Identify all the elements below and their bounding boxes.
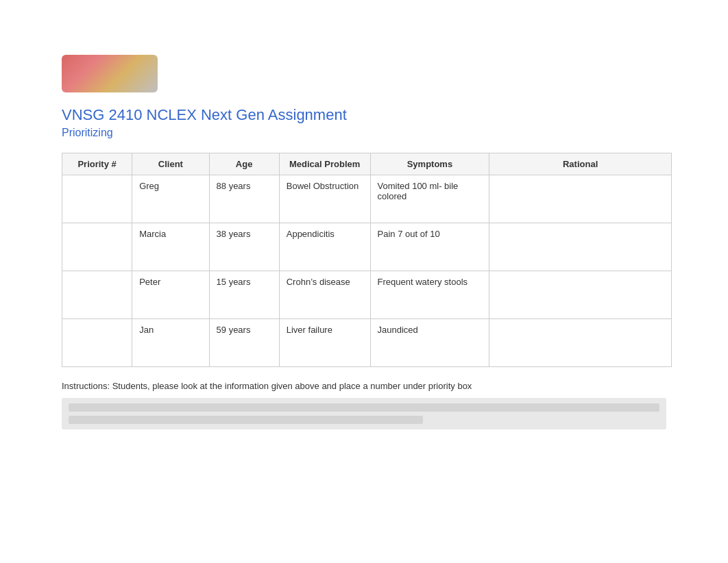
table-row: Peter 15 years Crohn’s disease Frequent …	[62, 271, 672, 319]
cell-rational-0[interactable]	[489, 175, 672, 223]
cell-rational-2[interactable]	[489, 271, 672, 319]
cell-priority-0[interactable]	[62, 175, 132, 223]
cell-symptoms-0: Vomited 100 ml- bile colored	[370, 175, 489, 223]
cell-age-0: 88 years	[209, 175, 279, 223]
table-row: Jan 59 years Liver failure Jaundiced	[62, 319, 672, 367]
col-header-medical: Medical Problem	[279, 153, 370, 175]
cell-age-1: 38 years	[209, 223, 279, 271]
table-row: Marcia 38 years Appendicitis Pain 7 out …	[62, 223, 672, 271]
cell-client-3: Jan	[132, 319, 209, 367]
cell-priority-3[interactable]	[62, 319, 132, 367]
page-subtitle: Prioritizing	[62, 127, 666, 139]
cell-rational-3[interactable]	[489, 319, 672, 367]
cell-medical-1: Appendicitis	[279, 223, 370, 271]
col-header-client: Client	[132, 153, 209, 175]
cell-symptoms-3: Jaundiced	[370, 319, 489, 367]
table-header-row: Priority # Client Age Medical Problem Sy…	[62, 153, 672, 175]
col-header-priority: Priority #	[62, 153, 132, 175]
cell-age-2: 15 years	[209, 271, 279, 319]
cell-rational-1[interactable]	[489, 223, 672, 271]
cell-age-3: 59 years	[209, 319, 279, 367]
blurred-content-block	[62, 398, 666, 429]
cell-medical-3: Liver failure	[279, 319, 370, 367]
cell-symptoms-2: Frequent watery stools	[370, 271, 489, 319]
instructions-text: Instructions: Students, please look at t…	[62, 381, 666, 391]
table-row: Greg 88 years Bowel Obstruction Vomited …	[62, 175, 672, 223]
page-container: VNSG 2410 NCLEX Next Gen Assignment Prio…	[0, 0, 728, 460]
logo-area	[62, 55, 666, 92]
blurred-line-1	[69, 403, 659, 412]
priority-table: Priority # Client Age Medical Problem Sy…	[62, 153, 672, 367]
cell-priority-2[interactable]	[62, 271, 132, 319]
cell-medical-2: Crohn’s disease	[279, 271, 370, 319]
col-header-age: Age	[209, 153, 279, 175]
cell-client-2: Peter	[132, 271, 209, 319]
cell-priority-1[interactable]	[62, 223, 132, 271]
col-header-symptoms: Symptoms	[370, 153, 489, 175]
blurred-line-2	[69, 416, 423, 424]
cell-client-1: Marcia	[132, 223, 209, 271]
cell-symptoms-1: Pain 7 out of 10	[370, 223, 489, 271]
cell-medical-0: Bowel Obstruction	[279, 175, 370, 223]
cell-client-0: Greg	[132, 175, 209, 223]
col-header-rational: Rational	[489, 153, 672, 175]
page-title: VNSG 2410 NCLEX Next Gen Assignment	[62, 106, 666, 124]
logo-image	[62, 55, 158, 92]
